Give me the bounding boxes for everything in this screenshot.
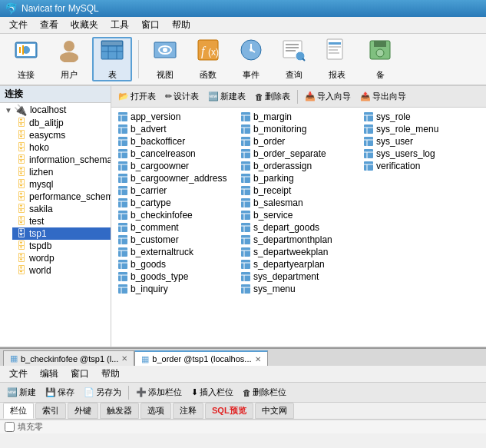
tab-checkinfofee[interactable]: ▦ b_checkinfofee @tsp1 (l... ✕ <box>3 350 134 366</box>
field-new-btn[interactable]: 🆕 新建 <box>3 385 40 400</box>
table-verification[interactable]: verification <box>360 160 483 172</box>
table-b_goods[interactable]: b_goods <box>114 258 237 270</box>
table-b_order_separate[interactable]: b_order_separate <box>237 148 360 160</box>
sidebar-item-world[interactable]: 🗄 world <box>12 264 111 277</box>
design-table-btn[interactable]: ✏ 设计表 <box>161 89 203 104</box>
table-sys_role[interactable]: sys_role <box>360 111 483 123</box>
menu-favorites[interactable]: 收藏夹 <box>64 17 104 33</box>
table-b_receipt[interactable]: b_receipt <box>237 184 360 197</box>
table-b_service[interactable]: b_service <box>237 209 360 221</box>
sidebar-item-mysql[interactable]: 🗄 mysql <box>12 178 111 191</box>
field-tab-columns[interactable]: 栏位 <box>3 403 34 419</box>
sidebar-item-hoko[interactable]: 🗄 hoko <box>12 141 111 154</box>
table-b_order[interactable]: b_order <box>237 135 360 148</box>
table-b_salesman[interactable]: b_salesman <box>237 197 360 209</box>
field-tab-foreign-key[interactable]: 外键 <box>68 403 98 419</box>
add-field-btn[interactable]: ➕ 添加栏位 <box>132 385 186 400</box>
db-label: tsp1 <box>29 228 47 239</box>
toolbar-user[interactable]: 用户 <box>49 37 89 81</box>
table-sys_menu[interactable]: sys_menu <box>237 283 360 295</box>
table-s_departweekplan[interactable]: s_departweekplan <box>237 246 360 258</box>
open-table-btn[interactable]: 📂 打开表 <box>114 89 160 104</box>
toolbar-event[interactable]: 事件 <box>231 37 271 81</box>
table-b_parking[interactable]: b_parking <box>237 172 360 184</box>
table-b_comment[interactable]: b_comment <box>114 221 237 234</box>
table-sys_user[interactable]: sys_user <box>360 135 483 148</box>
db-icon: 🗄 <box>17 265 26 276</box>
sidebar-item-performance_schema[interactable]: 🗄 performance_schema <box>12 191 111 203</box>
export-icon: 📤 <box>360 91 371 101</box>
tab-close-btn-2[interactable]: ✕ <box>255 355 261 363</box>
import-wizard-btn[interactable]: 📥 导入向导 <box>301 89 355 104</box>
bottom-menu-file[interactable]: 文件 <box>3 366 34 382</box>
field-tab-comment[interactable]: 注释 <box>173 403 203 419</box>
table-b_cancelreason[interactable]: b_cancelreason <box>114 148 237 160</box>
table-b_orderassign[interactable]: b_orderassign <box>237 160 360 172</box>
table-b_goods_type[interactable]: b_goods_type <box>114 270 237 283</box>
table-b_backofficer[interactable]: b_backofficer <box>114 135 237 148</box>
table-s_depart_goods[interactable]: s_depart_goods <box>237 221 360 234</box>
sidebar-item-test[interactable]: 🗄 test <box>12 215 111 227</box>
toolbar-table-label: 表 <box>108 69 117 81</box>
fill-zero-checkbox[interactable] <box>5 422 15 432</box>
toolbar-view-label: 视图 <box>157 69 174 81</box>
toolbar-connect-label: 连接 <box>18 69 35 81</box>
new-table-btn[interactable]: 🆕 新建表 <box>204 89 250 104</box>
table-b_margin[interactable]: b_margin <box>237 111 360 123</box>
field-saveas-btn[interactable]: 📄 另存为 <box>80 385 125 400</box>
table-b_customer[interactable]: b_customer <box>114 234 237 246</box>
bottom-menu-edit[interactable]: 编辑 <box>34 366 64 382</box>
field-tab-index[interactable]: 索引 <box>35 403 66 419</box>
menu-view[interactable]: 查看 <box>34 17 64 33</box>
sidebar-item-localhost[interactable]: ▼ 🔌 localhost <box>0 103 111 117</box>
delete-field-btn[interactable]: 🗑 删除栏位 <box>239 385 290 400</box>
table-b_cargoowner[interactable]: b_cargoowner <box>114 160 237 172</box>
table-b_monitoring[interactable]: b_monitoring <box>237 123 360 135</box>
export-wizard-btn[interactable]: 📤 导出向导 <box>356 89 410 104</box>
table-app_version[interactable]: app_version <box>114 111 237 123</box>
menu-tools[interactable]: 工具 <box>104 17 135 33</box>
sidebar-item-information_schema[interactable]: 🗄 information_schema <box>12 154 111 166</box>
table-b_cartype[interactable]: b_cartype <box>114 197 237 209</box>
svg-rect-84 <box>241 124 250 134</box>
toolbar-query[interactable]: 查询 <box>274 37 314 81</box>
field-tab-chinese[interactable]: 中文网 <box>255 403 294 419</box>
menu-window[interactable]: 窗口 <box>135 17 166 33</box>
table-b_cargoowner_address[interactable]: b_cargoowner_address <box>114 172 237 184</box>
field-tab-sql-preview[interactable]: SQL预览 <box>205 403 253 419</box>
tab-close-btn[interactable]: ✕ <box>121 354 127 363</box>
table-s_departmonthplan[interactable]: s_departmonthplan <box>237 234 360 246</box>
sidebar-item-db_alitjp[interactable]: 🗄 db_alitjp <box>12 117 111 129</box>
toolbar-view[interactable]: 视图 <box>145 37 185 81</box>
toolbar-table[interactable]: 表 <box>92 37 132 81</box>
toolbar-connect[interactable]: 连接 <box>6 37 46 81</box>
table-sys_users_log[interactable]: sys_users_log <box>360 148 483 160</box>
menu-file[interactable]: 文件 <box>3 17 34 33</box>
insert-field-btn[interactable]: ⬇ 插入栏位 <box>187 385 237 400</box>
menu-help[interactable]: 帮助 <box>166 17 197 33</box>
sidebar-item-tspdb[interactable]: 🗄 tspdb <box>12 240 111 252</box>
delete-table-btn[interactable]: 🗑 删除表 <box>251 89 294 104</box>
toolbar-backup[interactable]: 备 <box>360 37 400 81</box>
table-s_departyearplan[interactable]: s_departyearplan <box>237 258 360 270</box>
field-tab-options[interactable]: 选项 <box>141 403 171 419</box>
table-b_inquiry[interactable]: b_inquiry <box>114 283 237 295</box>
tab-b_order[interactable]: ▦ b_order @tsp1 (localhos... ✕ <box>134 350 267 366</box>
table-b_advert[interactable]: b_advert <box>114 123 237 135</box>
sidebar-item-tsp1[interactable]: 🗄 tsp1 <box>12 227 111 240</box>
field-tab-trigger[interactable]: 触发器 <box>100 403 139 419</box>
toolbar-report[interactable]: 报表 <box>317 37 357 81</box>
toolbar-function[interactable]: f (x) 函数 <box>188 37 228 81</box>
sidebar-item-sakila[interactable]: 🗄 sakila <box>12 203 111 215</box>
table-b_carrier[interactable]: b_carrier <box>114 184 237 197</box>
table-b_externaltruck[interactable]: b_externaltruck <box>114 246 237 258</box>
sidebar-item-wordp[interactable]: 🗄 wordp <box>12 252 111 264</box>
sidebar-item-lizhen[interactable]: 🗄 lizhen <box>12 166 111 178</box>
sidebar-item-easycms[interactable]: 🗄 easycms <box>12 129 111 141</box>
table-b_checkinfofee[interactable]: b_checkinfofee <box>114 209 237 221</box>
bottom-menu-window[interactable]: 窗口 <box>64 366 95 382</box>
field-save-btn[interactable]: 💾 保存 <box>41 385 78 400</box>
table-sys_department[interactable]: sys_department <box>237 270 360 283</box>
table-sys_role_menu[interactable]: sys_role_menu <box>360 123 483 135</box>
bottom-menu-help[interactable]: 帮助 <box>95 366 126 382</box>
